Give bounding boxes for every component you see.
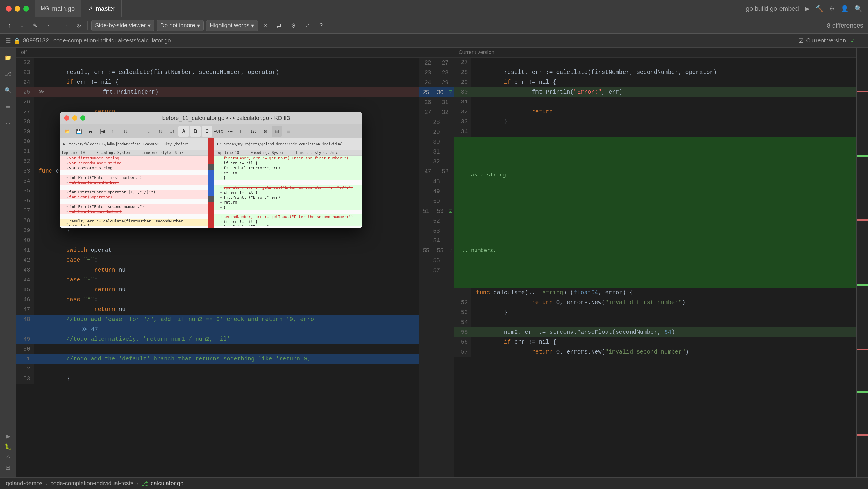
diff-marker-6 [857,391,868,393]
side-icons: 📁 ⎇ 🔍 ▤ ··· ▶ 🐛 ⚠ ⊞ [0,48,16,477]
kdiff3-123[interactable]: 123 [248,126,259,136]
code-line: 23 result, err := calculate(firstNumber,… [16,67,419,77]
kdiff3-next[interactable]: ↓ [144,126,154,136]
kdiff3-toolbar: 📂 💾 🖨 |◀ ↑↑ ↓↓ ↑ ↓ ↑↓ ↓↑ A B C AUTO --- … [60,124,362,139]
gear-button[interactable]: ⚙ [287,20,300,31]
find-icon[interactable]: 🔍 [3,85,13,95]
problems-icon[interactable]: ⚠ [3,452,13,462]
diff-area: off 22 23 result, err := calculate(first… [16,48,868,477]
lock-icon: 🔒 [13,37,21,44]
kdiff3-bar-red2 [208,202,214,228]
kdiff3-spacer [60,200,208,204]
play-icon[interactable]: ▶ [805,5,810,12]
kdiff3-save[interactable]: 💾 [74,126,84,136]
toolbar: ↑ ↓ ✎ ← → ⎋ Side-by-side viewer ▾ Do not… [0,18,868,34]
kdiff3-left-ellipsis[interactable]: ··· [198,142,205,146]
close-diff-button[interactable]: × [260,20,271,31]
breadcrumb-item-1[interactable]: goland-demos [6,480,43,487]
tab-bar: MG main.go ⎇ master [35,0,746,17]
main-area: 📁 ⎇ 🔍 ▤ ··· ▶ 🐛 ⚠ ⊞ off 22 [0,48,868,477]
code-line: 26 [16,97,419,107]
kdiff3-prev-unresolved[interactable]: ↑↑ [109,126,119,136]
tab-mg[interactable]: MG main.go [35,0,81,17]
kdiff3-merge-view[interactable]: □ [237,126,247,136]
side-panel-toggle[interactable]: ☰ [6,35,11,46]
kdiff3-prev[interactable]: ↑ [132,126,143,136]
search-icon[interactable]: 🔍 [854,5,862,12]
diff-marker-1 [857,91,868,92]
kdiff3-a-btn[interactable]: A [179,126,189,136]
folder-icon[interactable]: 📁 [3,52,13,63]
kdiff3-minimize[interactable] [72,115,77,121]
structure-icon[interactable]: ▤ [3,101,13,112]
kdiff3-print[interactable]: 🖨 [86,126,96,136]
kdiff3-right-path: B: brains/myProjects/goland-demos/code-c… [217,142,347,146]
scroll-markers [857,48,868,477]
kdiff3-select-b[interactable]: ↓↑ [167,126,177,136]
kdiff3-c-btn[interactable]: C [202,126,212,136]
breadcrumb-item-3[interactable]: calculator.go [151,480,183,487]
build-icon[interactable]: 🔨 [815,5,823,12]
code-line: 43 return nu [16,265,419,275]
added-block-2: ... numbers. [454,212,857,288]
expand-button[interactable]: ⤢ [302,20,314,31]
kdiff3-spacer [60,214,208,219]
center-line-numbers: 2227 2328 2429 2530☑ 2631 2732 28 29 30 … [419,48,454,477]
person-icon[interactable]: 👤 [841,5,848,12]
more-icon[interactable]: ··· [3,118,13,128]
kdiff3-dash[interactable]: --- [225,126,236,136]
minimize-button[interactable] [14,6,20,12]
kdiff3-code-line: → fmt.Println("Error:",err) [214,165,362,171]
kdiff3-close[interactable] [64,115,69,121]
right-panel-header: Current version [454,48,857,58]
sync-button[interactable]: ⇄ [273,20,285,31]
kdiff3-code-line: → if err != nil { [214,219,362,224]
nav-next-button[interactable]: → [58,20,71,31]
kdiff3-maximize[interactable] [80,115,86,121]
kdiff3-next-unresolved[interactable]: ↓↓ [120,126,131,136]
close-button[interactable] [6,6,12,12]
right-scrollbar[interactable] [856,48,868,477]
run-config-label[interactable]: go build go-embed [746,5,799,12]
nav-up-button[interactable]: ↑ [5,20,14,31]
debug-icon[interactable]: 🐛 [3,441,13,452]
settings-icon[interactable]: ⚙ [829,5,835,12]
git-icon[interactable]: ⎇ [3,69,13,79]
nav-down-button[interactable]: ↓ [17,20,27,31]
kdiff3-first[interactable]: |◀ [97,126,107,136]
code-line-r: 28 result, err := calculate(firstNumber,… [454,67,857,77]
code-line-r: 52 return 0, errors.New("invalid first n… [454,298,857,308]
help-button[interactable]: ? [316,20,326,31]
maximize-button[interactable] [23,6,29,12]
kdiff3-left-panel: A: te/var/folders/96/bdhwjhbd4t72frsd_12… [60,139,208,228]
tab-master[interactable]: ⎇ master [81,0,121,17]
history-button[interactable]: ⎋ [73,20,84,31]
right-code-panel[interactable]: Current version 27 28 result, err := cal… [454,48,857,477]
breadcrumb-item-2[interactable]: code-completion-individual-tests [50,480,133,487]
breadcrumb-icon: ⎇ [141,480,148,487]
run-icon[interactable]: ▶ [3,431,13,441]
kdiff3-right-code[interactable]: → firstNumber, err := getInput("Enter th… [214,156,362,226]
highlight-select[interactable]: Highlight words ▾ [206,20,258,31]
kdiff3-open[interactable]: 📂 [62,126,73,136]
kdiff3-spacer [214,180,362,185]
kdiff3-right-info: Top line 10 Encoding: System Line end st… [214,150,362,156]
ignore-select[interactable]: Do not ignore ▾ [157,20,204,31]
kdiff3-cross[interactable]: ⊕ [260,126,270,136]
viewer-select[interactable]: Side-by-side viewer ▾ [91,20,154,31]
kdiff3-overview-a[interactable]: ▤ [272,126,282,136]
kdiff3-overview-b[interactable]: ▤ [283,126,293,136]
kdiff3-left-code[interactable]: → var firstNumber string → var secondNum… [60,156,208,226]
checkbox-icon: ☑ [799,37,804,44]
kdiff3-auto[interactable]: AUTO [213,126,224,136]
annotate-button[interactable]: ✎ [29,20,41,31]
plugins-icon[interactable]: ⊞ [3,462,13,473]
kdiff3-right-ellipsis[interactable]: ··· [352,142,359,146]
kdiff3-select-a[interactable]: ↑↓ [155,126,166,136]
kdiff3-b-btn[interactable]: B [190,126,200,136]
nav-prev-button[interactable]: ← [43,20,56,31]
changed-line: 25 ≫ fmt.Println(err) [16,87,419,97]
kdiff3-left-info: Top line 10 Encoding: System Line end st… [60,150,208,156]
diff-count: 8 differences [827,22,863,29]
viewer-label: Side-by-side viewer [95,22,146,29]
